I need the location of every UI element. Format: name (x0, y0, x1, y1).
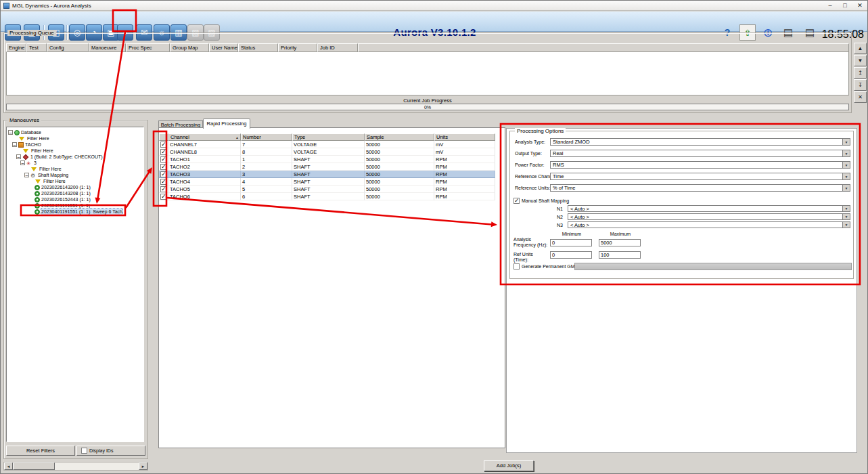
channel-row[interactable]: TACHO5 5 SHAFT 50000 RPM (159, 186, 495, 193)
close-button[interactable]: ✕ (852, 1, 867, 11)
column-header-type[interactable]: Type (292, 133, 365, 141)
queue-bottom-button[interactable]: ↧ (854, 79, 867, 91)
collapse-icon[interactable] (8, 130, 13, 135)
tree-item-database[interactable]: Database (7, 129, 143, 135)
minimize-button[interactable]: – (823, 1, 838, 11)
tree-item-manoeuvre[interactable]: 20230226143208 (1: 1) (7, 190, 143, 196)
column-header-priority[interactable]: Priority (278, 43, 317, 52)
scroll-thumb[interactable] (13, 462, 55, 470)
analysis-frequency-min-input[interactable] (550, 239, 592, 246)
channel-checkbox[interactable] (160, 164, 166, 170)
chevron-down-icon[interactable] (842, 162, 850, 168)
tree-item-filter[interactable]: Filter Here (7, 135, 143, 142)
chevron-down-icon[interactable] (842, 185, 850, 191)
queue-down-button[interactable]: ▼ (854, 55, 867, 66)
display-ids-checkbox[interactable] (81, 448, 87, 454)
ref-units-min-input[interactable] (550, 251, 592, 259)
tree-item-manoeuvre[interactable]: 20230401191551 (1: 1) (7, 202, 143, 209)
n2-select[interactable]: < Auto > (568, 213, 850, 220)
tree-item-manoeuvre[interactable]: 20230226143200 (1: 1) (7, 184, 143, 190)
output-type-select[interactable]: Real (550, 150, 850, 157)
chevron-down-icon[interactable] (842, 150, 850, 156)
column-header-filler (358, 43, 849, 52)
tree-item-filter[interactable]: Filter Here (7, 148, 143, 154)
display-ids-label: Display IDs (89, 446, 113, 455)
channel-row[interactable]: CHANNEL7 7 VOLTAGE 50000 mV (159, 141, 495, 148)
column-header-status[interactable]: Status (238, 43, 278, 52)
tree-item-shaft-mapping[interactable]: Shaft Mapping (7, 172, 143, 178)
tree-horizontal-scrollbar[interactable]: ◄ ► (3, 462, 148, 471)
database-icon (14, 130, 20, 135)
reference-channel-select[interactable]: Time (550, 173, 850, 180)
generate-gmps-toggle[interactable]: Generate Permanent GM/PS (513, 263, 583, 270)
column-header-proc-spec[interactable]: Proc Spec (126, 43, 170, 52)
queue-up-button[interactable]: ▲ (854, 43, 867, 54)
ref-units-max-input[interactable] (599, 251, 641, 259)
tree-item-manoeuvre-selected[interactable]: 20230401191551 (1: 1): Sweep 6 Tach (7, 209, 143, 215)
power-factor-select[interactable]: RMS (550, 161, 850, 169)
generate-gmps-checkbox[interactable] (513, 263, 520, 270)
column-header-user-name[interactable]: User Name (209, 43, 238, 52)
channel-row[interactable]: TACHO1 1 SHAFT 50000 RPM (159, 156, 495, 163)
maximize-button[interactable]: □ (838, 1, 852, 11)
n3-select[interactable]: < Auto > (568, 221, 850, 228)
analysis-frequency-max-input[interactable] (599, 239, 641, 246)
scroll-right-button[interactable]: ► (139, 462, 147, 470)
chevron-down-icon[interactable] (842, 173, 850, 179)
queue-delete-button[interactable]: ✕ (854, 91, 867, 103)
tree-item-manoeuvre[interactable]: 20230226152443 (1: 1) (7, 196, 143, 202)
chevron-down-icon[interactable] (842, 214, 850, 219)
display-ids-toggle[interactable]: Display IDs (76, 446, 145, 456)
channel-checkbox[interactable] (160, 186, 166, 192)
tab-rapid-processing[interactable]: Rapid Processing (203, 118, 250, 129)
channel-row[interactable]: TACHO2 2 SHAFT 50000 RPM (159, 163, 495, 171)
collapse-icon[interactable] (24, 173, 29, 177)
channel-checkbox[interactable] (160, 171, 166, 177)
collapse-icon[interactable] (12, 142, 17, 147)
channel-checkbox[interactable] (160, 156, 166, 163)
channel-checkbox[interactable] (160, 142, 166, 148)
chevron-down-icon[interactable] (842, 139, 850, 145)
channel-checkbox[interactable] (160, 179, 166, 185)
channel-row[interactable]: CHANNEL8 8 VOLTAGE 50000 mV (159, 148, 495, 156)
tree-item-build[interactable]: 1 (Build: 2 SubType: CHECKOUT) (7, 154, 143, 160)
tree-item-filter[interactable]: Filter Here (7, 178, 143, 184)
tree-item-config-3[interactable]: 3 (7, 160, 143, 166)
column-header-number[interactable]: Number (241, 133, 292, 141)
add-jobs-button[interactable]: Add Job(s) (484, 460, 534, 471)
channel-row[interactable]: TACHO6 6 SHAFT 50000 RPM (159, 193, 495, 200)
reset-filters-button[interactable]: Reset Filters (6, 446, 75, 456)
tree-item-tacho[interactable]: TACHO (7, 142, 143, 148)
column-header-test[interactable]: Test (26, 43, 47, 52)
column-header-job-id[interactable]: Job ID (317, 43, 358, 52)
cell-number: 2 (241, 163, 292, 171)
column-header-sample[interactable]: Sample (365, 133, 434, 141)
reference-units-select[interactable]: % of Time (550, 184, 850, 192)
queue-list[interactable] (6, 52, 849, 95)
manual-shaft-mapping-checkbox[interactable] (513, 198, 520, 204)
channel-row-selected[interactable]: TACHO3 3 SHAFT 50000 RPM (159, 171, 495, 178)
tree-item-label: 20230401191551 (1: 1): Sweep 6 Tach (41, 209, 122, 215)
collapse-icon[interactable] (16, 154, 21, 159)
queue-top-button[interactable]: ↥ (854, 67, 867, 79)
manual-shaft-mapping-toggle[interactable]: Manual Shaft Mapping (513, 198, 569, 204)
scroll-left-button[interactable]: ◄ (4, 462, 13, 470)
collapse-icon[interactable] (20, 160, 25, 165)
cell-type: VOLTAGE (292, 141, 365, 148)
cell-channel: TACHO5 (168, 186, 241, 193)
column-header-channel[interactable]: Channel (168, 133, 241, 141)
n1-select[interactable]: < Auto > (568, 205, 850, 212)
column-header-engine[interactable]: Engine (6, 43, 26, 52)
analysis-type-select[interactable]: Standard ZMOD (550, 138, 850, 146)
scroll-track[interactable] (55, 462, 139, 470)
chevron-down-icon[interactable] (842, 206, 850, 211)
column-header-manoeuvre[interactable]: Manoeuvre (89, 43, 126, 52)
column-header-group-map[interactable]: Group Map (170, 43, 209, 52)
channel-row[interactable]: TACHO4 4 SHAFT 50000 RPM (159, 178, 495, 186)
column-header-units[interactable]: Units (434, 133, 495, 141)
channel-checkbox[interactable] (160, 194, 166, 200)
channel-checkbox[interactable] (160, 149, 166, 155)
tree-item-filter[interactable]: Filter Here (7, 166, 143, 172)
chevron-down-icon[interactable] (842, 222, 850, 228)
column-header-config[interactable]: Config (47, 43, 89, 52)
